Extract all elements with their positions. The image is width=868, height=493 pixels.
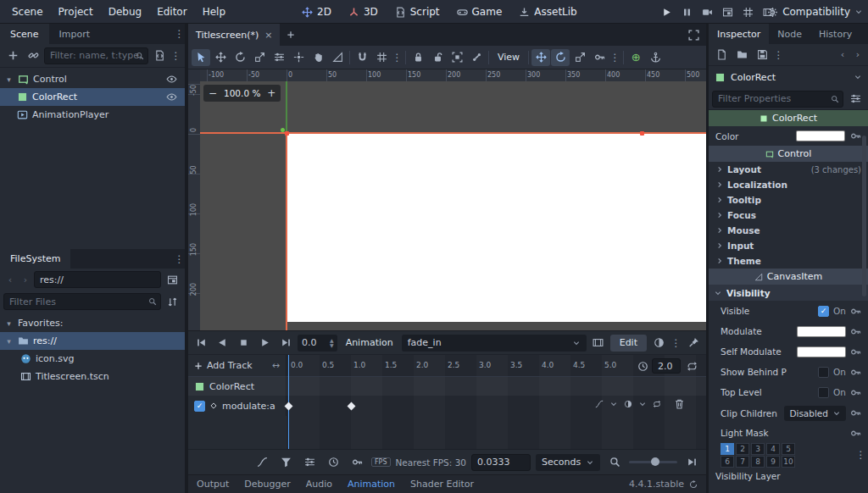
visible-checkbox[interactable]: ✓ [818, 306, 829, 317]
bezier-editor-button[interactable] [253, 454, 271, 471]
split-dock-button[interactable] [163, 271, 181, 288]
panel-debugger-button[interactable]: Debugger [244, 479, 290, 490]
anim-go-to-start-button[interactable] [192, 335, 210, 352]
add-key-icon[interactable] [850, 326, 861, 337]
self-modulate-color-swatch[interactable] [797, 346, 846, 357]
rotate-tool-button[interactable] [231, 49, 249, 66]
menu-scene[interactable]: Scene [5, 3, 50, 20]
color-picker-swatch[interactable] [796, 130, 845, 141]
edit-animation-button[interactable]: Edit [610, 335, 647, 352]
favorites-row[interactable]: ▾ Favorites: [0, 314, 185, 332]
group-node-button[interactable] [448, 49, 466, 66]
slider-handle[interactable] [651, 457, 659, 466]
add-key-icon[interactable] [850, 306, 861, 317]
mask-bit-cell[interactable]: 2 [736, 443, 749, 455]
group-theme[interactable]: Theme [709, 253, 868, 269]
pause-button[interactable] [677, 3, 696, 20]
distraction-free-button[interactable] [684, 26, 703, 43]
visibility-eye-icon[interactable] [162, 89, 181, 106]
tab-import[interactable]: Import [49, 24, 101, 44]
add-node-button[interactable] [3, 47, 22, 64]
animation-length-input[interactable] [652, 358, 681, 374]
workspace-game-button[interactable]: Game [450, 3, 509, 20]
add-key-icon[interactable] [850, 407, 861, 418]
tree-row-control[interactable]: ▾ Control [0, 70, 185, 88]
track-group-colorrect[interactable]: ColorRect [188, 377, 706, 396]
update-check-icon[interactable] [689, 480, 698, 489]
update-mode-icon[interactable] [595, 400, 604, 408]
workspace-3d-button[interactable]: 3D [342, 3, 385, 20]
focus-timeline-button[interactable] [682, 454, 701, 471]
category-control[interactable]: Control [709, 146, 868, 162]
animation-name-dropdown[interactable]: fade_in [402, 335, 587, 352]
save-resource-button[interactable] [753, 47, 771, 64]
new-scene-tab-button[interactable] [281, 26, 300, 43]
edited-object-dropdown[interactable]: ColorRect [709, 66, 868, 88]
track-enabled-checkbox[interactable]: ✓ [194, 401, 205, 412]
anchor-preset-button[interactable] [646, 49, 665, 66]
zoom-in-button[interactable]: + [264, 87, 278, 99]
menu-help[interactable]: Help [196, 3, 232, 20]
clip-children-dropdown[interactable]: Disabled [784, 406, 846, 421]
snap-step-input[interactable] [471, 454, 531, 471]
loop-toggle-button[interactable] [684, 357, 699, 374]
chevron-down-icon[interactable] [609, 400, 618, 408]
menu-editor[interactable]: Editor [150, 3, 194, 20]
zoom-out-button[interactable]: − [206, 87, 220, 99]
visibility-eye-icon[interactable] [162, 71, 181, 88]
mask-bit-cell[interactable]: 4 [766, 443, 780, 455]
timeline-ruler[interactable]: 0.0 0.5 1.0 1.5 2.0 2.5 3.0 3.5 4.0 4.5 … [287, 355, 706, 377]
animation-key-options-icon[interactable]: ⋮ [609, 52, 620, 64]
inspector-tools-button[interactable] [846, 91, 865, 108]
mask-bit-cell[interactable]: 7 [736, 456, 749, 468]
category-canvasitem[interactable]: CanvasItem [709, 269, 868, 285]
group-tooltip[interactable]: Tooltip [709, 192, 868, 208]
2d-viewport[interactable]: − 100.0 % + [200, 81, 706, 330]
group-tracks-button[interactable] [300, 454, 319, 471]
onion-skinning-button[interactable] [649, 335, 668, 352]
new-resource-button[interactable] [712, 47, 731, 64]
collapse-icon[interactable]: ▾ [4, 319, 14, 328]
mask-bit-cell[interactable]: 10 [782, 456, 795, 468]
scene-filter-input[interactable] [44, 47, 148, 64]
panel-audio-button[interactable]: Audio [306, 479, 332, 490]
tab-scene[interactable]: Scene [0, 24, 49, 44]
add-track-button[interactable]: Add Track ↔ [188, 355, 287, 377]
snap-options-icon[interactable]: ⋮ [392, 52, 403, 64]
animation-menu-button[interactable]: Animation [340, 335, 399, 350]
lock-node-button[interactable] [409, 49, 427, 66]
attach-script-button[interactable] [150, 47, 169, 64]
group-mouse[interactable]: Mouse [709, 223, 868, 238]
menu-project[interactable]: Project [52, 3, 100, 20]
tab-history[interactable]: History [810, 24, 860, 44]
instance-scene-button[interactable] [24, 47, 42, 64]
add-key-icon[interactable] [850, 387, 861, 398]
res-root-row[interactable]: ▾ res:// [0, 332, 185, 350]
play-button[interactable] [657, 3, 676, 20]
move-tool-button[interactable] [211, 49, 230, 66]
mask-bit-cell[interactable]: 6 [721, 456, 734, 468]
smart-snap-button[interactable] [353, 49, 371, 66]
mask-bit-cell[interactable]: 8 [751, 456, 765, 468]
interpolation-mode-icon[interactable] [624, 400, 632, 408]
close-icon[interactable]: × [264, 30, 272, 41]
category-colorrect[interactable]: ColorRect [709, 110, 868, 126]
panel-output-button[interactable]: Output [197, 479, 229, 490]
nav-back-icon[interactable]: ‹ [3, 271, 17, 288]
show-behind-checkbox[interactable]: ✓ [818, 367, 829, 378]
selection-handle[interactable] [285, 131, 289, 136]
workspace-2d-button[interactable]: 2D [295, 3, 338, 20]
scale-tool-button[interactable] [250, 49, 269, 66]
tab-inspector[interactable]: Inspector [709, 24, 769, 44]
mask-bit-cell[interactable]: 5 [782, 443, 795, 455]
snap-keys-button[interactable] [348, 454, 366, 471]
selection-handle[interactable] [640, 131, 644, 136]
collapse-icon[interactable]: ▾ [4, 75, 14, 84]
filter-tracks-button[interactable] [276, 454, 295, 471]
insert-key-button[interactable] [590, 49, 609, 66]
workspace-script-button[interactable]: Script [388, 3, 447, 20]
modulate-color-swatch[interactable] [797, 326, 846, 337]
mask-bit-cell[interactable]: 1 [721, 443, 734, 455]
current-time-input[interactable] [298, 337, 330, 348]
time-unit-dropdown[interactable]: Seconds [536, 454, 600, 471]
